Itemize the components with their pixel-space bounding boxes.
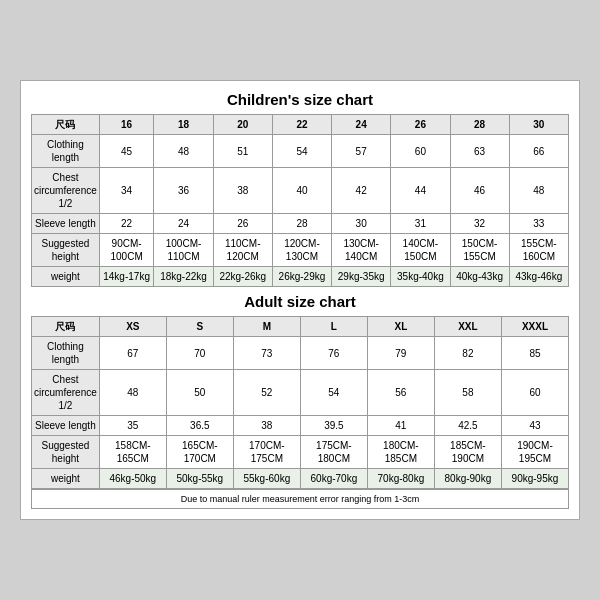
children-cell-4-6: 40kg-43kg: [450, 267, 509, 287]
adult-cell-1-0: 48: [99, 370, 166, 416]
children-row-label-1: Chest circumference 1/2: [32, 168, 100, 214]
children-row-label-4: weight: [32, 267, 100, 287]
adult-col-header-4: L: [300, 317, 367, 337]
adult-row-3: Suggested height158CM-165CM165CM-170CM17…: [32, 436, 569, 469]
adult-row-label-0: Clothing length: [32, 337, 100, 370]
children-cell-1-0: 34: [99, 168, 154, 214]
children-col-header-8: 30: [509, 115, 568, 135]
children-cell-0-1: 48: [154, 135, 213, 168]
adult-cell-1-5: 58: [434, 370, 501, 416]
adult-col-header-7: XXXL: [501, 317, 568, 337]
adult-cell-2-5: 42.5: [434, 416, 501, 436]
children-cell-4-1: 18kg-22kg: [154, 267, 213, 287]
adult-cell-3-0: 158CM-165CM: [99, 436, 166, 469]
adult-cell-4-6: 90kg-95kg: [501, 469, 568, 489]
adult-chart-title: Adult size chart: [31, 293, 569, 310]
children-cell-1-4: 42: [332, 168, 391, 214]
adult-cell-3-4: 180CM-185CM: [367, 436, 434, 469]
adult-cell-1-2: 52: [233, 370, 300, 416]
children-cell-1-1: 36: [154, 168, 213, 214]
children-row-0: Clothing length4548515457606366: [32, 135, 569, 168]
children-row-label-0: Clothing length: [32, 135, 100, 168]
children-row-1: Chest circumference 1/23436384042444648: [32, 168, 569, 214]
adult-cell-4-5: 80kg-90kg: [434, 469, 501, 489]
children-cell-4-4: 29kg-35kg: [332, 267, 391, 287]
adult-cell-1-3: 54: [300, 370, 367, 416]
children-cell-4-3: 26kg-29kg: [272, 267, 331, 287]
children-cell-2-0: 22: [99, 214, 154, 234]
adult-row-label-3: Suggested height: [32, 436, 100, 469]
children-col-header-0: 尺码: [32, 115, 100, 135]
children-cell-1-2: 38: [213, 168, 272, 214]
adult-cell-4-4: 70kg-80kg: [367, 469, 434, 489]
children-row-label-3: Suggested height: [32, 234, 100, 267]
adult-col-header-0: 尺码: [32, 317, 100, 337]
adult-cell-2-1: 36.5: [166, 416, 233, 436]
adult-cell-3-2: 170CM-175CM: [233, 436, 300, 469]
children-cell-0-6: 63: [450, 135, 509, 168]
children-col-header-4: 22: [272, 115, 331, 135]
adult-cell-3-5: 185CM-190CM: [434, 436, 501, 469]
adult-cell-0-1: 70: [166, 337, 233, 370]
adult-cell-1-1: 50: [166, 370, 233, 416]
adult-cell-2-6: 43: [501, 416, 568, 436]
adult-cell-1-4: 56: [367, 370, 434, 416]
children-cell-0-5: 60: [391, 135, 450, 168]
children-cell-3-5: 140CM-150CM: [391, 234, 450, 267]
children-cell-3-2: 110CM-120CM: [213, 234, 272, 267]
children-cell-0-0: 45: [99, 135, 154, 168]
adult-cell-2-0: 35: [99, 416, 166, 436]
adult-row-label-2: Sleeve length: [32, 416, 100, 436]
children-cell-3-6: 150CM-155CM: [450, 234, 509, 267]
children-cell-0-4: 57: [332, 135, 391, 168]
children-cell-0-7: 66: [509, 135, 568, 168]
adult-cell-4-3: 60kg-70kg: [300, 469, 367, 489]
adult-cell-2-2: 38: [233, 416, 300, 436]
adult-cell-0-0: 67: [99, 337, 166, 370]
children-cell-2-2: 26: [213, 214, 272, 234]
adult-cell-2-4: 41: [367, 416, 434, 436]
children-cell-1-7: 48: [509, 168, 568, 214]
size-chart-container: Children's size chart 尺码1618202224262830…: [20, 80, 580, 520]
children-cell-2-7: 33: [509, 214, 568, 234]
adult-col-header-1: XS: [99, 317, 166, 337]
children-cell-3-4: 130CM-140CM: [332, 234, 391, 267]
adult-cell-0-4: 79: [367, 337, 434, 370]
children-chart-title: Children's size chart: [31, 91, 569, 108]
children-cell-2-5: 31: [391, 214, 450, 234]
children-cell-0-2: 51: [213, 135, 272, 168]
children-col-header-3: 20: [213, 115, 272, 135]
children-col-header-6: 26: [391, 115, 450, 135]
adult-row-label-1: Chest circumference 1/2: [32, 370, 100, 416]
children-cell-4-5: 35kg-40kg: [391, 267, 450, 287]
adult-cell-4-2: 55kg-60kg: [233, 469, 300, 489]
children-cell-4-7: 43kg-46kg: [509, 267, 568, 287]
children-cell-2-3: 28: [272, 214, 331, 234]
adult-cell-0-3: 76: [300, 337, 367, 370]
children-col-header-2: 18: [154, 115, 213, 135]
children-cell-3-0: 90CM-100CM: [99, 234, 154, 267]
children-col-header-5: 24: [332, 115, 391, 135]
adult-row-0: Clothing length67707376798285: [32, 337, 569, 370]
adult-cell-0-5: 82: [434, 337, 501, 370]
children-row-4: weight14kg-17kg18kg-22kg22kg-26kg26kg-29…: [32, 267, 569, 287]
adult-cell-4-0: 46kg-50kg: [99, 469, 166, 489]
children-row-3: Suggested height90CM-100CM100CM-110CM110…: [32, 234, 569, 267]
adult-col-header-2: S: [166, 317, 233, 337]
adult-cell-3-3: 175CM-180CM: [300, 436, 367, 469]
children-row-label-2: Sleeve length: [32, 214, 100, 234]
adult-table: 尺码XSSMLXLXXLXXXL Clothing length67707376…: [31, 316, 569, 489]
children-cell-2-6: 32: [450, 214, 509, 234]
adult-cell-0-2: 73: [233, 337, 300, 370]
children-cell-1-6: 46: [450, 168, 509, 214]
adult-col-header-5: XL: [367, 317, 434, 337]
adult-row-2: Sleeve length3536.53839.54142.543: [32, 416, 569, 436]
adult-row-1: Chest circumference 1/248505254565860: [32, 370, 569, 416]
children-cell-3-1: 100CM-110CM: [154, 234, 213, 267]
adult-row-label-4: weight: [32, 469, 100, 489]
children-cell-3-3: 120CM-130CM: [272, 234, 331, 267]
adult-cell-3-6: 190CM-195CM: [501, 436, 568, 469]
children-cell-2-1: 24: [154, 214, 213, 234]
children-col-header-1: 16: [99, 115, 154, 135]
adult-row-4: weight46kg-50kg50kg-55kg55kg-60kg60kg-70…: [32, 469, 569, 489]
